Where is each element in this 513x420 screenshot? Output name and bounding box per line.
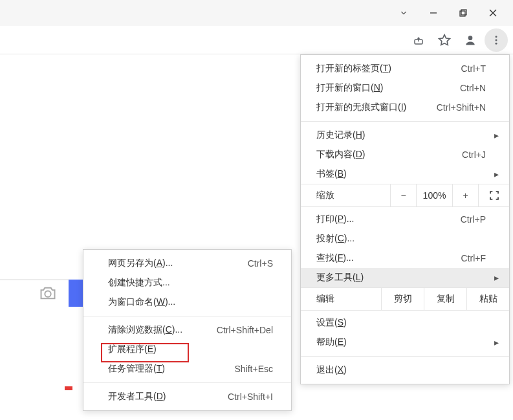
submenu-save-as[interactable]: 网页另存为(A)... Ctrl+S bbox=[83, 254, 291, 273]
menu-label: 打开新的无痕式窗口(I) bbox=[316, 102, 437, 113]
menu-incognito[interactable]: 打开新的无痕式窗口(I) Ctrl+Shift+N bbox=[301, 98, 509, 117]
submenu-clear-data[interactable]: 清除浏览数据(C)... Ctrl+Shift+Del bbox=[83, 320, 291, 340]
menu-edit-row: 编辑 剪切 复制 粘贴 bbox=[301, 287, 509, 311]
camera-icon bbox=[39, 285, 57, 303]
submenu-arrow-icon: ▸ bbox=[491, 337, 499, 348]
close-button[interactable] bbox=[478, 0, 508, 26]
selection-highlight bbox=[69, 280, 83, 307]
menu-label: 创建快捷方式... bbox=[108, 277, 273, 289]
menu-shortcut: Shift+Esc bbox=[234, 364, 278, 374]
submenu-arrow-icon: ▸ bbox=[491, 169, 499, 179]
submenu-dev-tools[interactable]: 开发者工具(D) Ctrl+Shift+I bbox=[83, 387, 291, 406]
fullscreen-icon[interactable] bbox=[478, 184, 509, 206]
bookmark-star-icon[interactable] bbox=[433, 28, 456, 52]
menu-label: 查找(F)... bbox=[316, 252, 461, 264]
menu-shortcut: Ctrl+Shift+Del bbox=[217, 325, 278, 335]
chrome-main-menu: 打开新的标签页(T) Ctrl+T 打开新的窗口(N) Ctrl+N 打开新的无… bbox=[300, 54, 510, 384]
menu-shortcut: Ctrl+P bbox=[461, 214, 491, 225]
submenu-create-shortcut[interactable]: 创建快捷方式... bbox=[83, 273, 291, 293]
menu-label: 打开新的标签页(T) bbox=[316, 63, 461, 74]
menu-label: 打印(P)... bbox=[316, 214, 461, 225]
submenu-task-manager[interactable]: 任务管理器(T) Shift+Esc bbox=[83, 359, 291, 379]
svg-point-8 bbox=[496, 36, 497, 38]
copy-button[interactable]: 复制 bbox=[424, 288, 466, 310]
submenu-arrow-icon: ▸ bbox=[491, 272, 499, 283]
svg-marker-6 bbox=[439, 34, 450, 45]
menu-label: 更多工具(L) bbox=[316, 272, 486, 283]
minimize-button[interactable] bbox=[419, 0, 448, 26]
menu-label: 任务管理器(T) bbox=[108, 363, 234, 375]
menu-label: 设置(S) bbox=[316, 317, 486, 329]
svg-rect-2 bbox=[461, 10, 466, 15]
menu-bookmarks[interactable]: 书签(B) ▸ bbox=[301, 164, 509, 184]
menu-label: 下载内容(D) bbox=[316, 149, 462, 160]
menu-history[interactable]: 历史记录(H) ▸ bbox=[301, 126, 509, 145]
menu-label: 扩展程序(E) bbox=[108, 344, 273, 355]
menu-new-tab[interactable]: 打开新的标签页(T) Ctrl+T bbox=[301, 59, 509, 78]
menu-find[interactable]: 查找(F)... Ctrl+F bbox=[301, 249, 509, 268]
menu-settings[interactable]: 设置(S) bbox=[301, 313, 509, 333]
menu-shortcut: Ctrl+N bbox=[460, 83, 491, 93]
profile-avatar-icon[interactable] bbox=[459, 28, 482, 52]
menu-separator bbox=[301, 121, 509, 122]
menu-label: 投射(C)... bbox=[316, 233, 486, 245]
more-tools-submenu: 网页另存为(A)... Ctrl+S 创建快捷方式... 为窗口命名(W)...… bbox=[83, 249, 292, 411]
submenu-extensions[interactable]: 扩展程序(E) bbox=[83, 340, 291, 359]
menu-label: 打开新的窗口(N) bbox=[316, 82, 460, 94]
menu-label: 帮助(E) bbox=[316, 337, 486, 348]
menu-more-tools[interactable]: 更多工具(L) ▸ bbox=[301, 268, 509, 287]
menu-cast[interactable]: 投射(C)... bbox=[301, 229, 509, 249]
submenu-name-window[interactable]: 为窗口命名(W)... bbox=[83, 293, 291, 312]
menu-separator bbox=[83, 316, 291, 316]
svg-point-11 bbox=[45, 291, 50, 297]
zoom-label: 缩放 bbox=[316, 190, 390, 201]
tab-dropdown-button[interactable] bbox=[389, 0, 419, 26]
menu-downloads[interactable]: 下载内容(D) Ctrl+J bbox=[301, 145, 509, 164]
zoom-in-button[interactable]: + bbox=[452, 184, 478, 206]
window-titlebar bbox=[0, 0, 513, 26]
menu-zoom-row: 缩放 − 100% + bbox=[301, 184, 509, 207]
menu-exit[interactable]: 退出(X) bbox=[301, 360, 509, 380]
menu-shortcut: Ctrl+J bbox=[462, 149, 491, 160]
menu-shortcut: Ctrl+S bbox=[248, 258, 278, 269]
svg-point-9 bbox=[496, 39, 497, 41]
zoom-value: 100% bbox=[416, 184, 452, 206]
menu-label: 网页另存为(A)... bbox=[108, 258, 248, 269]
share-icon[interactable] bbox=[407, 28, 430, 52]
menu-shortcut: Ctrl+F bbox=[461, 253, 492, 263]
menu-separator bbox=[301, 356, 509, 357]
menu-help[interactable]: 帮助(E) ▸ bbox=[301, 333, 509, 352]
kebab-menu-icon[interactable] bbox=[485, 28, 508, 52]
menu-separator bbox=[83, 382, 291, 383]
zoom-out-button[interactable]: − bbox=[390, 184, 416, 206]
menu-print[interactable]: 打印(P)... Ctrl+P bbox=[301, 210, 509, 229]
menu-label: 书签(B) bbox=[316, 168, 486, 180]
menu-label: 退出(X) bbox=[316, 364, 486, 376]
maximize-button[interactable] bbox=[448, 0, 478, 26]
browser-toolbar bbox=[0, 26, 513, 54]
menu-new-window[interactable]: 打开新的窗口(N) Ctrl+N bbox=[301, 78, 509, 98]
svg-point-7 bbox=[468, 36, 473, 40]
menu-label: 清除浏览数据(C)... bbox=[108, 324, 217, 336]
svg-point-10 bbox=[496, 42, 497, 44]
edit-label: 编辑 bbox=[316, 293, 381, 305]
menu-shortcut: Ctrl+T bbox=[461, 63, 492, 74]
menu-shortcut: Ctrl+Shift+N bbox=[437, 102, 491, 113]
cut-button[interactable]: 剪切 bbox=[381, 288, 424, 310]
menu-label: 为窗口命名(W)... bbox=[108, 296, 273, 308]
menu-shortcut: Ctrl+Shift+I bbox=[228, 392, 278, 402]
paste-button[interactable]: 粘贴 bbox=[466, 288, 509, 310]
menu-label: 历史记录(H) bbox=[316, 129, 486, 141]
svg-rect-1 bbox=[460, 11, 465, 16]
menu-label: 开发者工具(D) bbox=[108, 391, 228, 403]
red-indicator bbox=[65, 386, 72, 390]
submenu-arrow-icon: ▸ bbox=[491, 130, 499, 140]
